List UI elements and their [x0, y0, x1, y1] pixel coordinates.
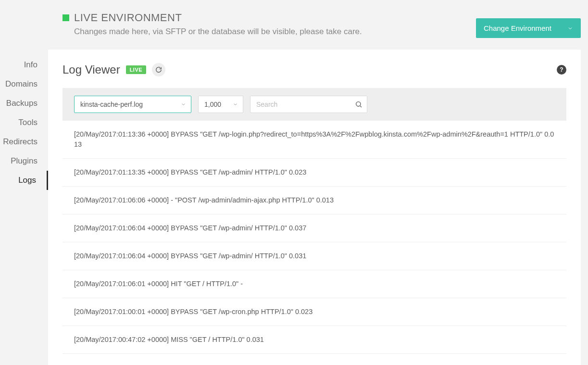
sidebar-item-label: Tools: [18, 118, 38, 127]
log-entry-text: [20/May/2017:01:06:06 +0000] - "POST /wp…: [74, 196, 334, 204]
sidebar-item-label: Info: [24, 60, 38, 69]
log-entry-text: [20/May/2017:01:06:04 +0000] BYPASS "GET…: [74, 252, 306, 260]
log-entry-text: [20/May/2017:01:06:04 +0000] BYPASS "GET…: [74, 224, 306, 232]
refresh-icon: [155, 66, 162, 73]
search-icon: [355, 101, 363, 108]
sidebar-item-label: Logs: [18, 176, 36, 185]
log-entry: [20/May/2017:01:13:35 +0000] BYPASS "GET…: [63, 159, 566, 187]
change-environment-button[interactable]: Change Environment: [476, 18, 581, 38]
sidebar-item-label: Redirects: [3, 137, 38, 146]
log-viewer-panel: Log Viewer LIVE ? kinsta-cache-perf.log …: [48, 50, 581, 365]
sidebar-item-tools[interactable]: Tools: [0, 113, 48, 132]
environment-title: LIVE ENVIRONMENT: [74, 12, 182, 24]
sidebar-item-info[interactable]: Info: [0, 55, 48, 75]
log-filter-bar: kinsta-cache-perf.log 1,000: [63, 88, 566, 121]
sidebar-item-label: Plugins: [11, 156, 38, 165]
svg-line-1: [360, 106, 362, 107]
log-entry-text: [20/May/2017:00:47:02 +0000] MISS "GET /…: [74, 336, 264, 343]
environment-header: LIVE ENVIRONMENT Changes made here, via …: [0, 0, 588, 50]
search-wrap: [250, 96, 367, 113]
environment-subtitle: Changes made here, via SFTP or the datab…: [74, 27, 362, 37]
log-entry: [20/May/2017:01:06:04 +0000] BYPASS "GET…: [63, 242, 566, 270]
svg-point-0: [356, 102, 361, 106]
sidebar-item-redirects[interactable]: Redirects: [0, 132, 48, 151]
log-entry-text: [20/May/2017:01:00:01 +0000] BYPASS "GET…: [74, 308, 313, 315]
sidebar: Info Domains Backups Tools Redirects Plu…: [0, 50, 48, 365]
log-entry: [20/May/2017:00:47:02 +0000] MISS "GET /…: [63, 326, 566, 354]
chevron-down-icon: [567, 25, 573, 31]
sidebar-item-domains[interactable]: Domains: [0, 75, 48, 94]
log-entry: [20/May/2017:01:06:06 +0000] - "POST /wp…: [63, 187, 566, 214]
sidebar-item-logs[interactable]: Logs: [0, 171, 48, 190]
page-title: Log Viewer: [63, 63, 120, 76]
chevron-down-icon: [233, 102, 238, 107]
chevron-down-icon: [181, 102, 186, 107]
sidebar-item-label: Backups: [6, 99, 38, 108]
help-icon: ?: [560, 66, 563, 73]
live-badge: LIVE: [126, 65, 146, 74]
log-file-select-value: kinsta-cache-perf.log: [80, 101, 143, 108]
log-entry-text: [20/May/2017:01:13:35 +0000] BYPASS "GET…: [74, 168, 306, 176]
log-entry-text: [20/May/2017:01:06:01 +0000] HIT "GET / …: [74, 280, 243, 288]
refresh-button[interactable]: [152, 63, 165, 76]
log-count-select[interactable]: 1,000: [198, 96, 243, 113]
log-entry: [20/May/2017:01:06:04 +0000] BYPASS "GET…: [63, 214, 566, 242]
sidebar-item-backups[interactable]: Backups: [0, 94, 48, 113]
help-button[interactable]: ?: [557, 65, 566, 75]
search-input[interactable]: [250, 96, 367, 113]
sidebar-item-plugins[interactable]: Plugins: [0, 151, 48, 171]
log-entry: [20/May/2017:01:13:36 +0000] BYPASS "GET…: [63, 121, 566, 159]
log-entry-text: [20/May/2017:01:13:36 +0000] BYPASS "GET…: [74, 130, 554, 148]
sidebar-item-label: Domains: [5, 79, 38, 88]
change-environment-label: Change Environment: [484, 24, 551, 32]
log-file-select[interactable]: kinsta-cache-perf.log: [74, 96, 191, 113]
log-list: [20/May/2017:01:13:36 +0000] BYPASS "GET…: [63, 121, 566, 354]
log-count-select-value: 1,000: [204, 101, 221, 108]
log-entry: [20/May/2017:01:06:01 +0000] HIT "GET / …: [63, 270, 566, 298]
log-entry: [20/May/2017:01:00:01 +0000] BYPASS "GET…: [63, 298, 566, 326]
live-indicator-icon: [63, 14, 69, 21]
environment-title-block: LIVE ENVIRONMENT Changes made here, via …: [63, 12, 362, 37]
